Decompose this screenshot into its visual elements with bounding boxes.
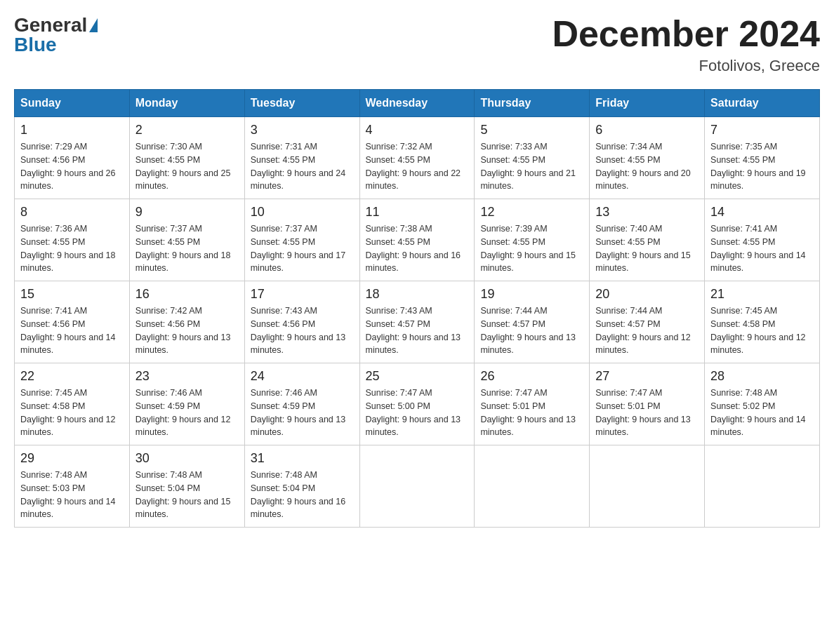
day-info: Sunrise: 7:40 AMSunset: 4:55 PMDaylight:… bbox=[595, 222, 699, 275]
day-info: Sunrise: 7:46 AMSunset: 4:59 PMDaylight:… bbox=[251, 387, 354, 439]
day-number: 25 bbox=[366, 369, 469, 384]
day-number: 1 bbox=[20, 123, 124, 137]
day-info: Sunrise: 7:47 AMSunset: 5:00 PMDaylight:… bbox=[366, 387, 469, 439]
day-number: 31 bbox=[251, 451, 354, 466]
day-info: Sunrise: 7:36 AMSunset: 4:55 PMDaylight:… bbox=[20, 222, 124, 275]
day-number: 24 bbox=[251, 369, 354, 384]
calendar-day-cell: 30Sunrise: 7:48 AMSunset: 5:04 PMDayligh… bbox=[129, 445, 244, 528]
day-number: 3 bbox=[251, 123, 354, 137]
day-info: Sunrise: 7:37 AMSunset: 4:55 PMDaylight:… bbox=[135, 222, 239, 275]
logo-blue-text: Blue bbox=[14, 34, 57, 56]
calendar-day-cell: 10Sunrise: 7:37 AMSunset: 4:55 PMDayligh… bbox=[244, 199, 359, 281]
day-number: 21 bbox=[710, 287, 814, 302]
calendar-day-cell: 1Sunrise: 7:29 AMSunset: 4:56 PMDaylight… bbox=[15, 117, 130, 199]
day-number: 28 bbox=[710, 369, 814, 384]
calendar-week-row: 29Sunrise: 7:48 AMSunset: 5:03 PMDayligh… bbox=[15, 445, 820, 528]
day-info: Sunrise: 7:48 AMSunset: 5:03 PMDaylight:… bbox=[20, 469, 124, 521]
day-number: 2 bbox=[135, 123, 239, 137]
calendar-day-cell: 29Sunrise: 7:48 AMSunset: 5:03 PMDayligh… bbox=[15, 445, 130, 528]
calendar-day-cell: 20Sunrise: 7:44 AMSunset: 4:57 PMDayligh… bbox=[590, 281, 705, 363]
calendar-day-cell: 3Sunrise: 7:31 AMSunset: 4:55 PMDaylight… bbox=[244, 117, 359, 199]
calendar-day-cell: 16Sunrise: 7:42 AMSunset: 4:56 PMDayligh… bbox=[129, 281, 244, 363]
day-number: 23 bbox=[135, 369, 239, 384]
day-number: 16 bbox=[135, 287, 239, 302]
day-info: Sunrise: 7:38 AMSunset: 4:55 PMDaylight:… bbox=[366, 222, 469, 275]
day-of-week-header: Wednesday bbox=[359, 90, 475, 117]
calendar-week-row: 1Sunrise: 7:29 AMSunset: 4:56 PMDaylight… bbox=[15, 117, 820, 199]
calendar-day-cell: 22Sunrise: 7:45 AMSunset: 4:58 PMDayligh… bbox=[15, 363, 130, 445]
day-info: Sunrise: 7:41 AMSunset: 4:56 PMDaylight:… bbox=[20, 304, 124, 357]
calendar-table: SundayMondayTuesdayWednesdayThursdayFrid… bbox=[14, 89, 820, 528]
calendar-day-cell: 28Sunrise: 7:48 AMSunset: 5:02 PMDayligh… bbox=[705, 363, 820, 445]
day-number: 29 bbox=[20, 451, 124, 466]
day-number: 4 bbox=[366, 123, 469, 137]
calendar-day-cell: 13Sunrise: 7:40 AMSunset: 4:55 PMDayligh… bbox=[590, 199, 705, 281]
title-section: December 2024 Fotolivos, Greece bbox=[552, 14, 820, 75]
day-info: Sunrise: 7:43 AMSunset: 4:57 PMDaylight:… bbox=[366, 304, 469, 357]
day-number: 7 bbox=[710, 123, 814, 137]
day-number: 10 bbox=[251, 205, 354, 220]
day-number: 11 bbox=[366, 205, 469, 220]
day-info: Sunrise: 7:48 AMSunset: 5:04 PMDaylight:… bbox=[135, 469, 239, 521]
day-number: 12 bbox=[480, 205, 583, 220]
calendar-day-cell: 6Sunrise: 7:34 AMSunset: 4:55 PMDaylight… bbox=[590, 117, 705, 199]
day-of-week-header: Friday bbox=[590, 90, 705, 117]
day-info: Sunrise: 7:48 AMSunset: 5:02 PMDaylight:… bbox=[710, 387, 814, 439]
day-info: Sunrise: 7:34 AMSunset: 4:55 PMDaylight:… bbox=[595, 140, 699, 193]
day-of-week-header: Monday bbox=[129, 90, 244, 117]
day-info: Sunrise: 7:39 AMSunset: 4:55 PMDaylight:… bbox=[480, 222, 583, 275]
day-of-week-header: Saturday bbox=[705, 90, 820, 117]
calendar-day-cell: 11Sunrise: 7:38 AMSunset: 4:55 PMDayligh… bbox=[359, 199, 475, 281]
calendar-day-cell bbox=[359, 445, 475, 528]
day-info: Sunrise: 7:43 AMSunset: 4:56 PMDaylight:… bbox=[251, 304, 354, 357]
calendar-day-cell bbox=[705, 445, 820, 528]
day-info: Sunrise: 7:30 AMSunset: 4:55 PMDaylight:… bbox=[135, 140, 239, 193]
calendar-day-cell: 4Sunrise: 7:32 AMSunset: 4:55 PMDaylight… bbox=[359, 117, 475, 199]
calendar-day-cell: 14Sunrise: 7:41 AMSunset: 4:55 PMDayligh… bbox=[705, 199, 820, 281]
day-number: 15 bbox=[20, 287, 124, 302]
calendar-day-cell: 31Sunrise: 7:48 AMSunset: 5:04 PMDayligh… bbox=[244, 445, 359, 528]
page-header: General Blue December 2024 Fotolivos, Gr… bbox=[14, 14, 820, 75]
day-info: Sunrise: 7:44 AMSunset: 4:57 PMDaylight:… bbox=[595, 304, 699, 357]
day-info: Sunrise: 7:45 AMSunset: 4:58 PMDaylight:… bbox=[710, 304, 814, 357]
day-number: 6 bbox=[595, 123, 699, 137]
day-number: 19 bbox=[480, 287, 583, 302]
calendar-day-cell bbox=[475, 445, 590, 528]
calendar-day-cell: 18Sunrise: 7:43 AMSunset: 4:57 PMDayligh… bbox=[359, 281, 475, 363]
day-number: 26 bbox=[480, 369, 583, 384]
day-info: Sunrise: 7:48 AMSunset: 5:04 PMDaylight:… bbox=[251, 469, 354, 521]
day-number: 27 bbox=[595, 369, 699, 384]
calendar-day-cell: 26Sunrise: 7:47 AMSunset: 5:01 PMDayligh… bbox=[475, 363, 590, 445]
day-of-week-header: Sunday bbox=[15, 90, 130, 117]
day-info: Sunrise: 7:41 AMSunset: 4:55 PMDaylight:… bbox=[710, 222, 814, 275]
calendar-day-cell: 24Sunrise: 7:46 AMSunset: 4:59 PMDayligh… bbox=[244, 363, 359, 445]
day-info: Sunrise: 7:29 AMSunset: 4:56 PMDaylight:… bbox=[20, 140, 124, 193]
day-info: Sunrise: 7:42 AMSunset: 4:56 PMDaylight:… bbox=[135, 304, 239, 357]
month-title: December 2024 bbox=[552, 14, 820, 54]
calendar-day-cell: 9Sunrise: 7:37 AMSunset: 4:55 PMDaylight… bbox=[129, 199, 244, 281]
calendar-day-cell: 8Sunrise: 7:36 AMSunset: 4:55 PMDaylight… bbox=[15, 199, 130, 281]
calendar-week-row: 8Sunrise: 7:36 AMSunset: 4:55 PMDaylight… bbox=[15, 199, 820, 281]
calendar-day-cell: 15Sunrise: 7:41 AMSunset: 4:56 PMDayligh… bbox=[15, 281, 130, 363]
calendar-header-row: SundayMondayTuesdayWednesdayThursdayFrid… bbox=[15, 90, 820, 117]
day-number: 9 bbox=[135, 205, 239, 220]
calendar-week-row: 22Sunrise: 7:45 AMSunset: 4:58 PMDayligh… bbox=[15, 363, 820, 445]
day-info: Sunrise: 7:33 AMSunset: 4:55 PMDaylight:… bbox=[480, 140, 583, 193]
day-info: Sunrise: 7:31 AMSunset: 4:55 PMDaylight:… bbox=[251, 140, 354, 193]
day-info: Sunrise: 7:47 AMSunset: 5:01 PMDaylight:… bbox=[480, 387, 583, 439]
calendar-day-cell: 5Sunrise: 7:33 AMSunset: 4:55 PMDaylight… bbox=[475, 117, 590, 199]
day-number: 14 bbox=[710, 205, 814, 220]
calendar-day-cell: 21Sunrise: 7:45 AMSunset: 4:58 PMDayligh… bbox=[705, 281, 820, 363]
day-info: Sunrise: 7:46 AMSunset: 4:59 PMDaylight:… bbox=[135, 387, 239, 439]
calendar-day-cell: 2Sunrise: 7:30 AMSunset: 4:55 PMDaylight… bbox=[129, 117, 244, 199]
day-info: Sunrise: 7:45 AMSunset: 4:58 PMDaylight:… bbox=[20, 387, 124, 439]
day-number: 5 bbox=[480, 123, 583, 137]
day-number: 18 bbox=[366, 287, 469, 302]
calendar-day-cell: 7Sunrise: 7:35 AMSunset: 4:55 PMDaylight… bbox=[705, 117, 820, 199]
day-info: Sunrise: 7:47 AMSunset: 5:01 PMDaylight:… bbox=[595, 387, 699, 439]
calendar-day-cell: 23Sunrise: 7:46 AMSunset: 4:59 PMDayligh… bbox=[129, 363, 244, 445]
calendar-day-cell: 17Sunrise: 7:43 AMSunset: 4:56 PMDayligh… bbox=[244, 281, 359, 363]
calendar-day-cell bbox=[590, 445, 705, 528]
day-info: Sunrise: 7:44 AMSunset: 4:57 PMDaylight:… bbox=[480, 304, 583, 357]
calendar-day-cell: 27Sunrise: 7:47 AMSunset: 5:01 PMDayligh… bbox=[590, 363, 705, 445]
